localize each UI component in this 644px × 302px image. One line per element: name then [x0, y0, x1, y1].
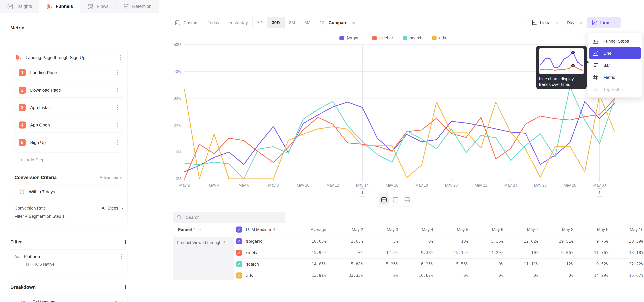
tab-funnels[interactable]: Funnels — [39, 0, 80, 13]
step-kebab-menu[interactable] — [116, 87, 119, 94]
column-header-may-9[interactable]: May 9 — [576, 226, 608, 233]
svg-text:May 10: May 10 — [297, 183, 309, 188]
conversion-window-button[interactable]: Within 7 days — [14, 184, 123, 199]
funnel-step-2[interactable]: 2 Download Page — [14, 83, 123, 98]
menu-item-bar[interactable]: Bar — [588, 59, 642, 71]
funnel-name-cell[interactable]: Product Viewed through P… — [173, 236, 234, 280]
menu-item-line[interactable]: Line — [589, 47, 641, 59]
add-step-button[interactable]: + Add Step — [14, 152, 123, 167]
range-today[interactable]: Today — [203, 17, 224, 28]
scale-dropdown[interactable]: Linear — [526, 17, 564, 28]
advanced-dropdown[interactable]: Advanced — [100, 175, 123, 180]
layout-chart-only-button[interactable] — [390, 194, 401, 205]
legend-label: $organic — [346, 36, 362, 40]
menu-item-funnel-steps[interactable]: Funnel Steps — [588, 35, 642, 47]
table-search[interactable] — [173, 212, 286, 223]
column-header-may-7[interactable]: May 7 — [506, 226, 538, 233]
funnel-step-5[interactable]: 5 Sign Up — [14, 135, 123, 150]
breakdown-column-header[interactable]: ✓ UTM Medium 4 — [236, 226, 280, 232]
funnel-chart-icon — [16, 54, 22, 61]
column-header-average[interactable]: Average — [294, 226, 326, 233]
step-kebab-menu[interactable] — [116, 122, 119, 128]
compare-button[interactable]: Compare — [324, 17, 359, 28]
filter-property-row[interactable]: Aa Platform — [10, 250, 127, 260]
step-label: Landing Page — [30, 70, 116, 75]
column-header-may-4[interactable]: May 4 — [401, 226, 433, 233]
funnel-step-1[interactable]: 1 Landing Page — [14, 65, 123, 80]
remove-breakdown-icon[interactable]: ✕ — [114, 299, 118, 302]
step-number-badge: 5 — [19, 139, 26, 146]
range-custom[interactable]: Custom — [170, 17, 203, 28]
select-all-checkbox[interactable]: ✓ — [236, 226, 242, 232]
legend-item-search[interactable]: search — [403, 36, 422, 40]
tab-flows[interactable]: Flows — [80, 0, 116, 13]
chart-type-dropdown[interactable]: Line — [587, 17, 621, 28]
legend-item-organic[interactable]: $organic — [340, 36, 362, 40]
add-breakdown-button[interactable]: + — [123, 285, 128, 290]
column-header-may-3[interactable]: May 3 — [366, 226, 398, 233]
svg-text:50%: 50% — [174, 42, 182, 47]
cell-sidebar-may-6: 14.29% — [472, 247, 503, 258]
range-30d[interactable]: 30D — [267, 17, 284, 28]
series-checkbox[interactable]: ✓ — [236, 250, 242, 256]
series-checkbox[interactable]: ✓ — [236, 272, 242, 278]
column-header-may-10[interactable]: May 10 — [612, 226, 644, 233]
cell-search-may-6: 0% — [472, 258, 503, 270]
cell-search-may-4: 6.25% — [401, 258, 433, 270]
menu-item-metric[interactable]: Metric — [588, 71, 642, 84]
funnel-column-header[interactable]: Funnel 1 — [178, 226, 201, 233]
conversion-rate-dropdown[interactable]: All Steps — [102, 206, 123, 210]
step-kebab-menu[interactable] — [116, 104, 119, 111]
layout-split-view-button[interactable] — [378, 194, 389, 205]
chart-type-menu: Funnel Steps Line Bar Metric Top Paths — [587, 33, 643, 98]
tab-retention[interactable]: Retention — [116, 0, 159, 13]
cell-ads-may-6: 0% — [472, 270, 503, 281]
series-checkbox[interactable]: ✓ — [236, 261, 242, 267]
menu-item-label: Bar — [603, 63, 610, 68]
filter-value: iOS Native — [35, 262, 54, 266]
breakdown-kebab-menu[interactable] — [120, 299, 124, 302]
column-header-may-2[interactable]: May 2 — [331, 226, 363, 233]
string-type-icon: Aa — [14, 254, 20, 259]
legend-item-sidebar[interactable]: sidebar — [372, 36, 393, 40]
cell-organic-may-5: 10% — [436, 236, 468, 247]
svg-text:May 18: May 18 — [416, 183, 428, 188]
breakdown-property: UTM Medium — [30, 300, 114, 302]
cell-ads-average: 13.91% — [294, 270, 326, 281]
funnel-kebab-menu[interactable] — [119, 54, 122, 61]
legend-item-ads[interactable]: ads — [432, 36, 446, 40]
layout-table-only-button[interactable] — [402, 194, 413, 205]
breakdown-card[interactable]: Aa UTM Medium ✕ — [10, 294, 128, 302]
funnel-step-3[interactable]: 3 App Install — [14, 100, 123, 115]
range-7d[interactable]: 7D — [252, 17, 267, 28]
cell-organic-may-7: 12.82% — [506, 236, 538, 247]
funnel-header-row[interactable]: Landing Page through Sign Up — [14, 54, 123, 62]
range-3m[interactable]: 3M — [284, 17, 300, 28]
step-kebab-menu[interactable] — [116, 139, 119, 146]
cell-ads-may-10: 16.67% — [612, 270, 644, 281]
column-header-may-5[interactable]: May 5 — [436, 226, 468, 233]
range-yesterday[interactable]: Yesterday — [224, 17, 252, 28]
filter-segment-dropdown[interactable]: Filter + Segment on Step 1 — [14, 214, 123, 219]
cell-organic-may-6: 5.36% — [472, 236, 503, 247]
funnel-step-4[interactable]: 4 App Open — [14, 118, 123, 132]
range-6m[interactable]: 6M — [300, 17, 315, 28]
filter-kebab-menu[interactable] — [120, 253, 123, 260]
svg-text:1: 1 — [361, 190, 364, 195]
step-kebab-menu[interactable] — [116, 69, 119, 76]
calendar-icon — [174, 20, 181, 26]
interval-dropdown[interactable]: Day — [562, 17, 586, 28]
table-row: ✓ $organic 16.03%2.63%5%8%10%5.36%12.82%… — [236, 236, 644, 247]
add-filter-button[interactable]: + — [123, 240, 128, 244]
column-header-may-6[interactable]: May 6 — [472, 226, 503, 233]
drag-handle-icon[interactable] — [14, 301, 16, 302]
series-checkbox[interactable]: ✓ — [236, 238, 242, 244]
svg-text:May 24: May 24 — [504, 183, 517, 188]
cell-organic-may-3: 5% — [366, 236, 398, 247]
filter-condition-row[interactable]: Is iOS Native — [26, 262, 127, 266]
tab-insights[interactable]: Insights — [0, 0, 39, 13]
search-input[interactable] — [186, 214, 282, 220]
range-label: Today — [208, 20, 219, 25]
column-header-may-8[interactable]: May 8 — [542, 226, 574, 233]
cell-sidebar-may-5: 15.15% — [436, 247, 468, 258]
